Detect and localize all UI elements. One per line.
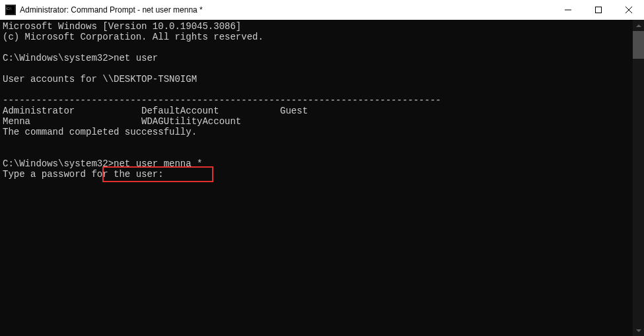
- terminal-area: Microsoft Windows [Version 10.0.19045.30…: [0, 20, 644, 336]
- scroll-thumb[interactable]: [633, 31, 644, 59]
- terminal-line: C:\Windows\system32>net user: [3, 53, 630, 63]
- scrollbar[interactable]: [633, 20, 644, 336]
- cmd-icon: C:\: [5, 5, 16, 15]
- terminal-line: [3, 42, 630, 53]
- terminal-line: Microsoft Windows [Version 10.0.19045.30…: [3, 21, 630, 32]
- terminal-line: [3, 63, 630, 74]
- svg-text:C:\: C:\: [7, 7, 12, 11]
- terminal-line: [3, 137, 630, 148]
- terminal-line: [3, 148, 630, 158]
- terminal-line: Administrator DefaultAccount Guest: [3, 106, 630, 116]
- terminal-line: [3, 84, 630, 95]
- maximize-button[interactable]: [583, 0, 614, 20]
- svg-marker-7: [636, 24, 641, 27]
- window: C:\ Administrator: Command Prompt - net …: [0, 0, 644, 336]
- titlebar[interactable]: C:\ Administrator: Command Prompt - net …: [0, 0, 644, 20]
- terminal-line: The command completed successfully.: [3, 127, 630, 137]
- scroll-down-button[interactable]: [633, 325, 644, 336]
- terminal-line: Menna WDAGUtilityAccount: [3, 116, 630, 127]
- scroll-up-button[interactable]: [633, 20, 644, 31]
- terminal-line: ----------------------------------------…: [3, 95, 630, 106]
- terminal-line: (c) Microsoft Corporation. All rights re…: [3, 32, 630, 42]
- svg-marker-8: [636, 329, 641, 332]
- terminal[interactable]: Microsoft Windows [Version 10.0.19045.30…: [0, 20, 633, 336]
- window-controls: [553, 0, 644, 20]
- terminal-line: Type a password for the user:: [3, 169, 630, 180]
- svg-rect-4: [596, 7, 602, 13]
- terminal-line: C:\Windows\system32>net user menna *: [3, 158, 630, 169]
- minimize-button[interactable]: [553, 0, 583, 20]
- terminal-line: User accounts for \\DESKTOP-TSN0IGM: [3, 74, 630, 84]
- window-title: Administrator: Command Prompt - net user…: [20, 5, 203, 15]
- close-button[interactable]: [614, 0, 644, 20]
